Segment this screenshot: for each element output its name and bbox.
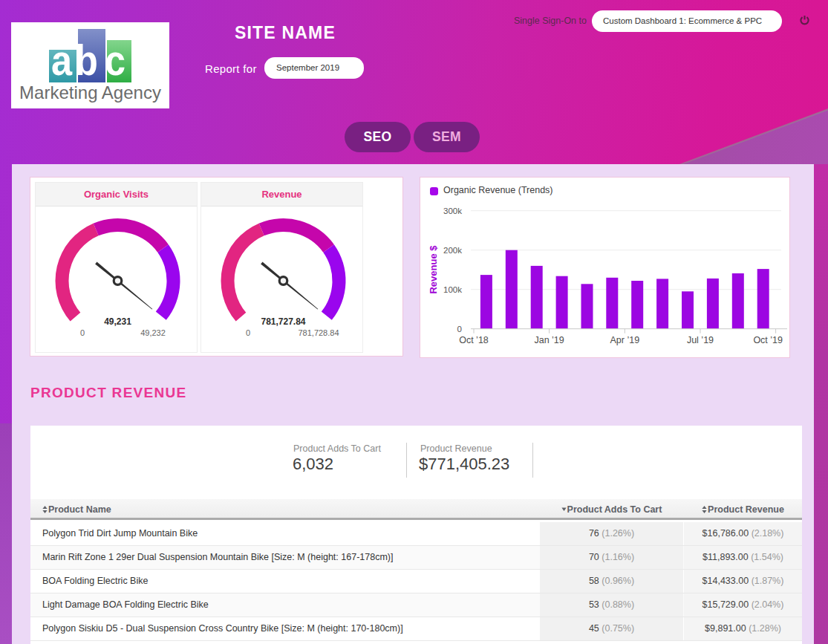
- svg-text:49,232: 49,232: [140, 328, 166, 337]
- svg-text:Jan ’19: Jan ’19: [534, 335, 564, 345]
- svg-text:Jul ’19: Jul ’19: [687, 335, 714, 345]
- svg-text:Revenue $: Revenue $: [428, 245, 439, 294]
- svg-text:781,727.84: 781,727.84: [261, 316, 305, 327]
- svg-text:Oct ’19: Oct ’19: [753, 335, 783, 345]
- svg-text:781,728.84: 781,728.84: [298, 328, 339, 337]
- svg-text:0: 0: [80, 328, 85, 337]
- svg-text:Oct ’18: Oct ’18: [459, 335, 489, 345]
- svg-text:Apr ’19: Apr ’19: [610, 335, 639, 345]
- svg-text:49,231: 49,231: [104, 316, 131, 327]
- svg-text:100k: 100k: [443, 285, 462, 294]
- svg-text:200k: 200k: [443, 246, 462, 255]
- svg-text:0: 0: [457, 325, 462, 334]
- svg-text:300k: 300k: [443, 206, 462, 215]
- svg-text:0: 0: [246, 328, 250, 337]
